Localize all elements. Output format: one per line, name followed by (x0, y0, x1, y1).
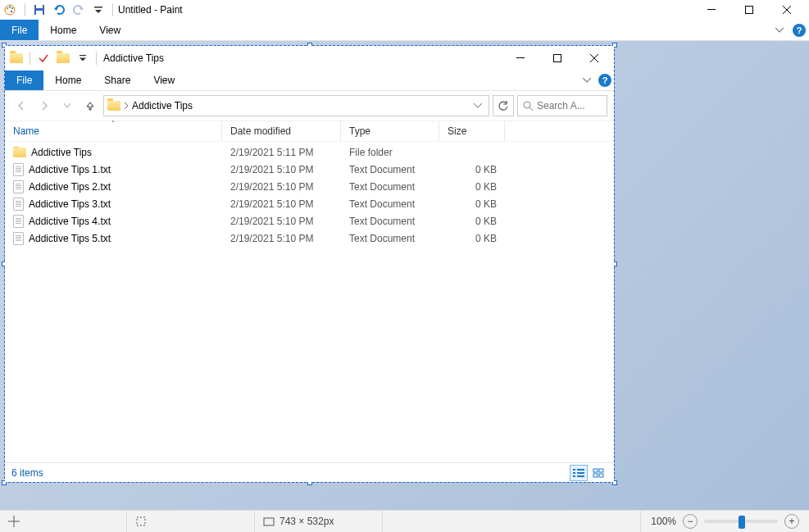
tab-home[interactable]: Home (43, 70, 93, 90)
paint-ribbon-tabs: File Home View ? (0, 20, 809, 41)
column-header-name[interactable]: Name˄ (5, 121, 222, 141)
column-header-type[interactable]: Type (341, 121, 439, 141)
text-file-icon (13, 180, 24, 193)
explorer-ribbon-tabs: File Home Share View ? (5, 70, 614, 91)
file-size: 0 KB (439, 233, 505, 244)
pin-qat-icon[interactable] (35, 50, 52, 66)
file-date: 2/19/2021 5:10 PM (222, 216, 341, 227)
tab-view[interactable]: View (88, 20, 132, 40)
maximize-button[interactable] (730, 0, 768, 20)
redo-button[interactable] (70, 1, 88, 19)
address-bar[interactable]: Addictive Tips (103, 95, 489, 116)
crosshair-icon (8, 516, 20, 527)
file-date: 2/19/2021 5:10 PM (222, 198, 341, 210)
close-button[interactable] (768, 0, 806, 20)
zoom-level: 100% (651, 516, 676, 527)
file-row[interactable]: Addictive Tips 4.txt2/19/2021 5:10 PMTex… (5, 212, 614, 230)
paint-app-icon (3, 3, 16, 16)
qat-customize-button[interactable] (75, 50, 91, 66)
svg-rect-26 (264, 518, 274, 525)
canvas-size-icon (263, 516, 275, 527)
large-icons-view-button[interactable] (589, 465, 607, 481)
column-header-date[interactable]: Date modified (222, 121, 341, 141)
paint-canvas-area[interactable]: Addictive Tips File Home Share View ? (0, 41, 809, 510)
svg-rect-16 (577, 469, 584, 471)
file-row[interactable]: Addictive Tips 2.txt2/19/2021 5:10 PMTex… (5, 178, 614, 195)
window-title: Untitled - Paint (118, 4, 183, 16)
minimize-button[interactable] (502, 47, 539, 70)
svg-rect-10 (746, 7, 753, 14)
text-file-icon (13, 198, 24, 211)
svg-rect-9 (707, 9, 716, 10)
file-name: Addictive Tips 5.txt (29, 233, 111, 244)
folder-icon (55, 50, 71, 66)
maximize-button[interactable] (539, 47, 575, 70)
zoom-out-button[interactable]: − (683, 514, 698, 529)
search-input[interactable]: Search A... (517, 95, 607, 116)
breadcrumb[interactable]: Addictive Tips (132, 100, 193, 111)
search-placeholder: Search A... (537, 100, 585, 111)
tab-file[interactable]: File (0, 20, 39, 40)
tab-home[interactable]: Home (39, 20, 88, 40)
svg-rect-8 (94, 7, 102, 8)
svg-point-2 (9, 6, 11, 8)
details-view-button[interactable] (570, 465, 588, 481)
explorer-status-bar: 6 items (5, 462, 614, 482)
ribbon-collapse-button[interactable] (578, 70, 596, 90)
recent-locations-button[interactable] (57, 96, 77, 116)
explorer-title: Addictive Tips (103, 52, 164, 64)
file-row[interactable]: Addictive Tips2/19/2021 5:11 PMFile fold… (5, 143, 614, 161)
explorer-title-bar: Addictive Tips (5, 46, 614, 70)
file-type: Text Document (341, 164, 439, 175)
file-date: 2/19/2021 5:10 PM (222, 233, 341, 244)
svg-rect-21 (593, 469, 598, 472)
help-button[interactable]: ? (789, 20, 809, 40)
file-list[interactable]: Addictive Tips2/19/2021 5:11 PMFile fold… (5, 142, 614, 462)
svg-rect-15 (573, 469, 575, 471)
file-row[interactable]: Addictive Tips 5.txt2/19/2021 5:10 PMTex… (5, 230, 614, 247)
canvas-size: 743 × 532px (255, 511, 383, 532)
zoom-slider[interactable] (704, 520, 778, 523)
qat-customize-button[interactable] (89, 1, 107, 19)
file-name: Addictive Tips 2.txt (29, 181, 111, 193)
cursor-position (0, 511, 127, 532)
svg-rect-22 (599, 469, 603, 472)
file-type: Text Document (341, 233, 439, 244)
column-header-size[interactable]: Size (439, 121, 505, 141)
text-file-icon (13, 232, 24, 245)
file-name: Addictive Tips 4.txt (29, 216, 111, 227)
item-count: 6 items (11, 467, 43, 479)
close-button[interactable] (575, 47, 612, 70)
back-button[interactable] (11, 96, 31, 116)
file-type: Text Document (341, 181, 439, 193)
tab-file[interactable]: File (5, 70, 43, 90)
explorer-window: Addictive Tips File Home Share View ? (5, 46, 614, 482)
undo-button[interactable] (50, 1, 68, 19)
minimize-button[interactable] (693, 0, 730, 20)
save-button[interactable] (30, 1, 48, 19)
address-bar-row: Addictive Tips Search A... (5, 91, 614, 120)
file-name: Addictive Tips 3.txt (29, 198, 111, 210)
svg-point-1 (7, 7, 9, 10)
address-dropdown-button[interactable] (470, 103, 485, 108)
svg-point-3 (11, 7, 14, 10)
zoom-slider-thumb[interactable] (739, 516, 745, 529)
forward-button[interactable] (34, 96, 54, 116)
tab-view[interactable]: View (142, 70, 186, 90)
text-file-icon (13, 215, 24, 228)
tab-share[interactable]: Share (93, 70, 142, 90)
file-row[interactable]: Addictive Tips 3.txt2/19/2021 5:10 PMTex… (5, 195, 614, 212)
up-button[interactable] (80, 96, 100, 116)
sort-indicator-icon: ˄ (111, 120, 115, 127)
file-row[interactable]: Addictive Tips 1.txt2/19/2021 5:10 PMTex… (5, 161, 614, 178)
search-icon (523, 101, 534, 111)
svg-rect-11 (80, 55, 86, 56)
file-type: Text Document (341, 198, 439, 210)
refresh-button[interactable] (493, 95, 514, 116)
ribbon-collapse-button[interactable] (770, 20, 789, 40)
svg-rect-23 (593, 474, 598, 477)
pasted-image-selection[interactable]: Addictive Tips File Home Share View ? (5, 46, 614, 482)
zoom-in-button[interactable]: + (784, 514, 799, 529)
help-button[interactable]: ? (596, 70, 614, 90)
file-type: File folder (341, 147, 439, 158)
